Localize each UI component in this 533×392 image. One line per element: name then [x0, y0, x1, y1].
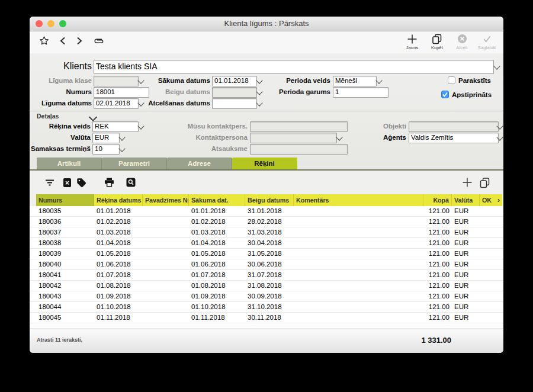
- tab-parametri[interactable]: Parametri: [102, 158, 167, 169]
- rekina-veids-field[interactable]: REK: [92, 121, 139, 132]
- chevron-down-icon[interactable]: [137, 99, 144, 106]
- table-cell[interactable]: [480, 313, 502, 323]
- table-cell[interactable]: 01.09.2018: [189, 291, 245, 301]
- parakstits-checkbox[interactable]: [448, 76, 455, 84]
- table-cell[interactable]: [143, 302, 189, 312]
- table-cell[interactable]: EUR: [452, 217, 480, 227]
- table-cell[interactable]: [294, 281, 423, 291]
- table-cell[interactable]: 01.04.2018: [189, 238, 245, 248]
- table-cell[interactable]: [143, 270, 189, 280]
- table-row[interactable]: 18004301.09.201801.09.201830.09.2018121.…: [30, 291, 503, 302]
- table-cell[interactable]: 28.02.2018: [245, 217, 294, 227]
- table-cell[interactable]: 01.10.2018: [189, 302, 245, 312]
- table-cell[interactable]: [143, 249, 189, 259]
- table-cell[interactable]: [294, 217, 423, 227]
- table-cell[interactable]: [143, 291, 189, 301]
- table-cell[interactable]: 121.00: [423, 238, 452, 248]
- table-cell[interactable]: 01.11.2018: [94, 313, 143, 323]
- table-row[interactable]: 18003801.04.201801.04.201830.04.2018121.…: [30, 238, 503, 249]
- export-excel-icon[interactable]: [63, 178, 72, 188]
- table-cell[interactable]: [480, 270, 502, 280]
- table-row[interactable]: 18004201.08.201801.08.201831.08.2018121.…: [30, 281, 503, 291]
- agents-field[interactable]: Valdis Zemītis: [409, 133, 499, 143]
- table-row[interactable]: 18004001.06.201801.06.201830.06.2018121.…: [30, 259, 503, 270]
- table-row[interactable]: 18003901.05.201801.05.201831.05.2018121.…: [30, 249, 503, 259]
- table-cell[interactable]: EUR: [452, 270, 480, 280]
- disclosure-chevron-icon[interactable]: [89, 113, 97, 121]
- table-cell[interactable]: 121.00: [423, 281, 452, 291]
- table-cell[interactable]: 30.09.2018: [245, 291, 294, 301]
- beigu-datums-field[interactable]: [212, 87, 257, 98]
- back-icon[interactable]: [60, 37, 66, 45]
- table-cell[interactable]: 01.03.2018: [189, 227, 245, 237]
- kontaktpersona-field[interactable]: [250, 133, 337, 143]
- tab-rēķini[interactable]: Rēķini: [232, 158, 297, 169]
- table-cell[interactable]: 31.05.2018: [245, 249, 294, 259]
- table-cell[interactable]: 31.01.2018: [245, 206, 294, 216]
- column-header[interactable]: Komentārs: [294, 194, 423, 206]
- table-cell[interactable]: 01.09.2018: [94, 291, 143, 301]
- column-header[interactable]: Beigu datums: [245, 194, 294, 206]
- add-row-plus-icon[interactable]: [461, 176, 473, 188]
- table-cell[interactable]: [143, 217, 189, 227]
- table-cell[interactable]: [294, 249, 423, 259]
- table-cell[interactable]: [480, 238, 502, 248]
- table-cell[interactable]: 121.00: [423, 206, 452, 216]
- table-cell[interactable]: 121.00: [423, 249, 452, 259]
- table-cell[interactable]: EUR: [452, 206, 480, 216]
- table-cell[interactable]: 31.10.2018: [245, 302, 294, 312]
- perioda-garums-field[interactable]: 1: [333, 87, 388, 98]
- table-cell[interactable]: EUR: [452, 281, 480, 291]
- table-cell[interactable]: 01.05.2018: [189, 249, 245, 259]
- table-cell[interactable]: 01.01.2018: [94, 206, 143, 216]
- print-icon[interactable]: [104, 178, 114, 187]
- table-cell[interactable]: 31.07.2018: [245, 270, 294, 280]
- chevron-down-icon[interactable]: [336, 134, 342, 140]
- column-header[interactable]: Kopā: [423, 194, 452, 206]
- table-cell[interactable]: [143, 206, 189, 216]
- klients-field[interactable]: Testa klients SIA: [94, 60, 494, 74]
- titlebar[interactable]: Klienta līgums : Pārskats: [30, 17, 503, 31]
- chevron-down-icon[interactable]: [375, 77, 382, 83]
- table-cell[interactable]: [480, 249, 502, 259]
- table-cell[interactable]: [294, 227, 423, 237]
- table-cell[interactable]: 121.00: [423, 259, 452, 269]
- table-cell[interactable]: 180045: [36, 313, 94, 323]
- chevron-down-icon[interactable]: [256, 88, 262, 95]
- chevron-down-icon[interactable]: [137, 123, 144, 129]
- table-cell[interactable]: [480, 227, 502, 237]
- table-cell[interactable]: EUR: [452, 227, 480, 237]
- table-cell[interactable]: 31.08.2018: [245, 281, 294, 291]
- table-cell[interactable]: 01.07.2018: [189, 270, 245, 280]
- tab-adrese[interactable]: Adrese: [167, 158, 232, 169]
- kopēt-button[interactable]: Kopēt: [425, 33, 449, 50]
- perioda-veids-field[interactable]: Mēneši: [333, 76, 377, 86]
- table-cell[interactable]: 180035: [36, 206, 94, 216]
- table-cell[interactable]: [143, 281, 189, 291]
- valuta-field[interactable]: EUR: [92, 133, 120, 143]
- table-cell[interactable]: 121.00: [423, 313, 452, 323]
- numurs-field[interactable]: 18001: [94, 87, 149, 98]
- liguma-datums-field[interactable]: 02.01.2018: [94, 98, 139, 109]
- table-row[interactable]: 18003501.01.201801.01.201831.01.2018121.…: [30, 206, 503, 217]
- column-header[interactable]: Sākuma dat.: [189, 194, 245, 206]
- table-cell[interactable]: 121.00: [423, 217, 452, 227]
- table-cell[interactable]: 180036: [36, 217, 94, 227]
- chevron-down-icon[interactable]: [118, 145, 125, 152]
- table-row[interactable]: 18003701.03.201801.03.201831.03.2018121.…: [30, 227, 503, 238]
- table-cell[interactable]: EUR: [452, 291, 480, 301]
- atsauksme-field[interactable]: [250, 144, 348, 155]
- table-cell[interactable]: [480, 281, 502, 291]
- table-cell[interactable]: 121.00: [423, 227, 452, 237]
- filter-icon[interactable]: [45, 179, 54, 187]
- musu-kontaktpers-field[interactable]: [250, 121, 348, 132]
- table-cell[interactable]: [480, 206, 502, 216]
- table-cell[interactable]: [480, 291, 502, 301]
- table-row[interactable]: 18004101.07.201801.07.201831.07.2018121.…: [30, 270, 503, 281]
- table-cell[interactable]: 30.06.2018: [245, 259, 294, 269]
- liguma-klase-field[interactable]: [94, 76, 139, 86]
- chevron-down-icon[interactable]: [493, 63, 500, 69]
- table-cell[interactable]: 31.03.2018: [245, 227, 294, 237]
- table-cell[interactable]: EUR: [452, 238, 480, 248]
- table-cell[interactable]: 01.01.2018: [189, 206, 245, 216]
